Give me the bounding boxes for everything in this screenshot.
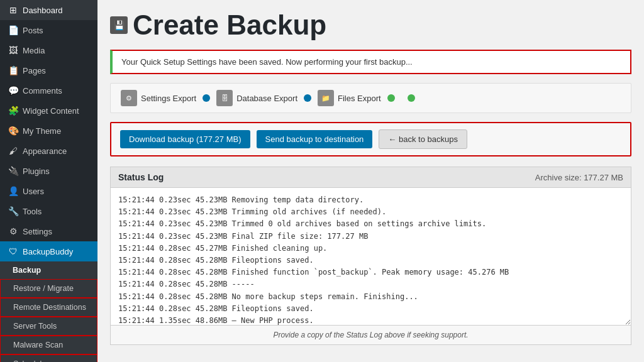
sidebar-item-my-theme[interactable]: 🎨 My Theme: [0, 121, 97, 141]
sidebar-item-backup[interactable]: Backup: [0, 261, 97, 279]
settings-export-label: Settings Export: [141, 94, 196, 103]
database-export-icon: 🗄: [216, 90, 233, 106]
dashboard-icon: ⊞: [8, 5, 19, 15]
media-icon: 🖼: [8, 45, 19, 55]
archive-size: Archive size: 177.27 MB: [535, 173, 623, 182]
sidebar-item-appearance[interactable]: 🖌 Appearance: [0, 141, 97, 161]
export-step-files: 📁 Files Export: [318, 90, 381, 106]
files-export-label: Files Export: [338, 94, 381, 103]
sidebar-item-schedules[interactable]: Schedules: [0, 354, 97, 362]
database-export-label: Database Export: [236, 94, 297, 103]
sidebar-item-plugins[interactable]: 🔌 Plugins: [0, 161, 97, 181]
files-export-icon: 📁: [318, 90, 334, 106]
tools-icon: 🔧: [8, 206, 19, 216]
main-content: 💾 Create Backup Your Quick Setup Setting…: [97, 0, 644, 362]
sidebar-item-malware-scan[interactable]: Malware Scan: [0, 336, 97, 354]
back-to-backups-button[interactable]: ← back to backups: [379, 129, 467, 149]
export-steps: ⚙ Settings Export 🗄 Database Export 📁 Fi…: [110, 83, 631, 113]
sidebar-item-remote-destinations[interactable]: Remote Destinations: [0, 298, 97, 317]
settings-export-icon: ⚙: [121, 90, 137, 106]
settings-icon: ⚙: [8, 226, 19, 236]
sidebar-item-media[interactable]: 🖼 Media: [0, 40, 97, 60]
users-icon: 👤: [8, 186, 19, 196]
sidebar-item-restore-migrate[interactable]: Restore / Migrate: [0, 279, 97, 298]
download-backup-button[interactable]: Download backup (177.27 MB): [120, 130, 250, 148]
export-step-database: 🗄 Database Export: [216, 90, 297, 106]
status-log-title: Status Log: [118, 172, 164, 182]
sidebar-item-backupbuddy[interactable]: 🛡 BackupBuddy: [0, 241, 97, 261]
pages-icon: 📋: [8, 65, 19, 75]
status-log-header: Status Log Archive size: 177.27 MB: [110, 167, 631, 187]
export-step-settings: ⚙ Settings Export: [121, 90, 196, 106]
sidebar-item-tools[interactable]: 🔧 Tools: [0, 201, 97, 221]
sidebar-item-pages[interactable]: 📋 Pages: [0, 60, 97, 80]
posts-icon: 📄: [8, 25, 19, 35]
notice-box: Your Quick Setup Settings have been save…: [110, 50, 631, 74]
sidebar-item-widget-content[interactable]: 🧩 Widget Content: [0, 101, 97, 121]
page-title-icon: 💾: [110, 16, 128, 34]
sidebar-item-server-tools[interactable]: Server Tools: [0, 317, 97, 336]
step-dot-4: [408, 94, 415, 102]
backupbuddy-submenu: Backup Restore / Migrate Remote Destinat…: [0, 261, 97, 362]
status-log-section: Status Log Archive size: 177.27 MB 15:21…: [110, 167, 631, 345]
sidebar: ⊞ Dashboard 📄 Posts 🖼 Media 📋 Pages 💬 Co…: [0, 0, 97, 362]
sidebar-item-settings[interactable]: ⚙ Settings: [0, 221, 97, 241]
step-dot-2: [304, 94, 311, 102]
page-title: Create Backup: [133, 9, 326, 41]
notice-text: Your Quick Setup Settings have been save…: [121, 57, 621, 67]
sidebar-item-posts[interactable]: 📄 Posts: [0, 20, 97, 40]
theme-icon: 🎨: [8, 126, 19, 136]
status-log-body[interactable]: 15:21:44 0.23sec 45.23MB Removing temp d…: [110, 187, 631, 326]
appearance-icon: 🖌: [8, 146, 19, 156]
page-title-area: 💾 Create Backup: [110, 9, 631, 41]
widget-icon: 🧩: [8, 106, 19, 116]
backupbuddy-icon: 🛡: [8, 246, 19, 256]
plugins-icon: 🔌: [8, 166, 19, 176]
sidebar-item-comments[interactable]: 💬 Comments: [0, 80, 97, 101]
step-dot-1: [203, 94, 210, 102]
action-buttons-area: Download backup (177.27 MB) Send backup …: [110, 122, 631, 156]
send-backup-button[interactable]: Send backup to destination: [257, 130, 373, 148]
sidebar-item-users[interactable]: 👤 Users: [0, 181, 97, 201]
sidebar-item-dashboard[interactable]: ⊞ Dashboard: [0, 0, 97, 20]
status-log-footer: Provide a copy of the Status Log above i…: [110, 326, 631, 345]
comments-icon: 💬: [8, 85, 19, 96]
step-dot-3: [387, 94, 395, 102]
